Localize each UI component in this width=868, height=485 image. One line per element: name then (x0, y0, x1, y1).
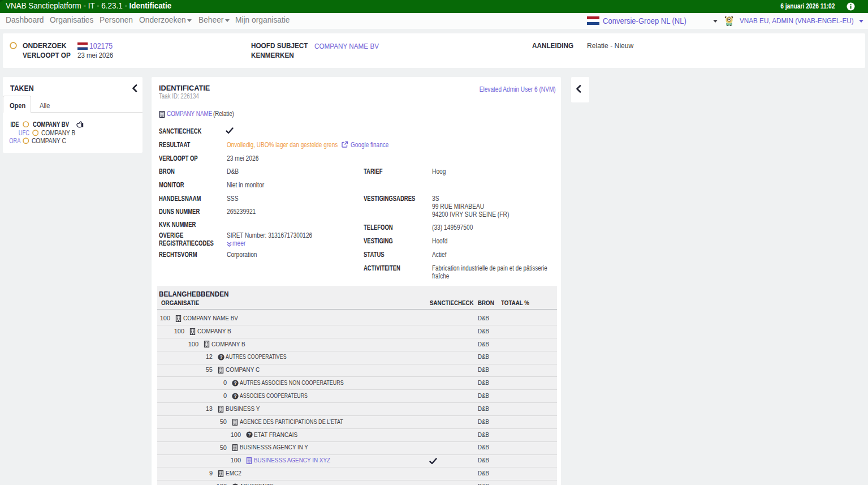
svg-text:?: ? (219, 354, 222, 360)
svg-text:?: ? (234, 393, 236, 399)
svg-text:?: ? (248, 432, 251, 437)
svg-text:?: ? (234, 380, 236, 386)
